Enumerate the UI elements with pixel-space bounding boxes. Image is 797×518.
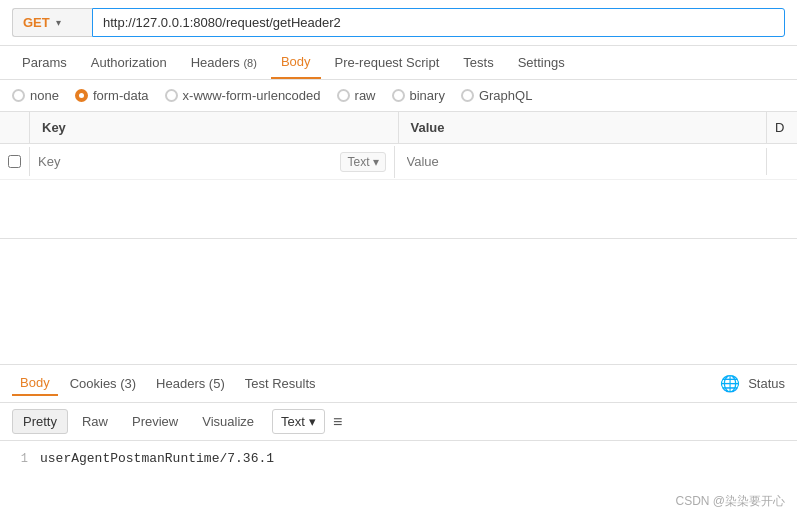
response-tab-cookies[interactable]: Cookies (3)	[62, 372, 144, 395]
url-bar-section: GET ▾	[0, 0, 797, 46]
format-tab-raw[interactable]: Raw	[72, 410, 118, 433]
radio-urlencoded[interactable]: x-www-form-urlencoded	[165, 88, 321, 103]
row-key-cell: Text ▾	[30, 146, 395, 178]
empty-space	[0, 239, 797, 365]
value-input[interactable]	[407, 154, 755, 169]
format-tab-pretty[interactable]: Pretty	[12, 409, 68, 434]
radio-circle-raw	[337, 89, 350, 102]
status-text: Status	[748, 376, 785, 391]
wrap-icon[interactable]: ≡	[333, 413, 342, 431]
method-label: GET	[23, 15, 50, 30]
radio-graphql[interactable]: GraphQL	[461, 88, 532, 103]
row-checkbox[interactable]	[0, 147, 30, 176]
key-input[interactable]	[38, 154, 334, 169]
table-header: Key Value D	[0, 112, 797, 144]
radio-circle-none	[12, 89, 25, 102]
body-type-row: none form-data x-www-form-urlencoded raw…	[0, 80, 797, 112]
method-dropdown[interactable]: GET ▾	[12, 8, 92, 37]
radio-none[interactable]: none	[12, 88, 59, 103]
checkbox-input[interactable]	[8, 155, 21, 168]
tab-settings[interactable]: Settings	[508, 47, 575, 78]
row-value-cell	[395, 148, 768, 175]
desc-col-header: D	[767, 112, 797, 143]
response-toolbar: 🌐 Status	[720, 374, 785, 393]
response-tab-body[interactable]: Body	[12, 371, 58, 396]
tab-body[interactable]: Body	[271, 46, 321, 79]
chevron-down-icon: ▾	[309, 414, 316, 429]
line-number: 1	[12, 452, 28, 466]
radio-circle-graphql	[461, 89, 474, 102]
response-format-tabs: Pretty Raw Preview Visualize Text ▾ ≡	[0, 403, 797, 441]
format-tab-preview[interactable]: Preview	[122, 410, 188, 433]
tab-pre-request-script[interactable]: Pre-request Script	[325, 47, 450, 78]
request-tabs-row: Params Authorization Headers (8) Body Pr…	[0, 46, 797, 80]
line-content: userAgentPostmanRuntime/7.36.1	[40, 451, 274, 466]
format-tab-visualize[interactable]: Visualize	[192, 410, 264, 433]
value-col-header: Value	[399, 112, 768, 143]
tab-headers[interactable]: Headers (8)	[181, 47, 267, 78]
tab-tests[interactable]: Tests	[453, 47, 503, 78]
checkbox-col-header	[0, 112, 30, 143]
response-body: 1 userAgentPostmanRuntime/7.36.1	[0, 441, 797, 476]
radio-circle-form-data	[75, 89, 88, 102]
response-line: 1 userAgentPostmanRuntime/7.36.1	[0, 449, 797, 468]
radio-form-data[interactable]: form-data	[75, 88, 149, 103]
radio-circle-binary	[392, 89, 405, 102]
row-desc-cell	[767, 156, 797, 168]
radio-binary[interactable]: binary	[392, 88, 445, 103]
text-type-dropdown[interactable]: Text ▾	[340, 152, 385, 172]
radio-raw[interactable]: raw	[337, 88, 376, 103]
format-dropdown[interactable]: Text ▾	[272, 409, 325, 434]
response-section: Body Cookies (3) Headers (5) Test Result…	[0, 364, 797, 476]
tab-params[interactable]: Params	[12, 47, 77, 78]
chevron-down-icon: ▾	[56, 17, 61, 28]
response-tabs-row: Body Cookies (3) Headers (5) Test Result…	[0, 365, 797, 403]
response-tab-test-results[interactable]: Test Results	[237, 372, 324, 395]
chevron-down-icon: ▾	[373, 155, 379, 169]
form-data-table: Key Value D Text ▾	[0, 112, 797, 239]
watermark: CSDN @染染要开心	[675, 493, 785, 510]
url-input[interactable]	[92, 8, 785, 37]
response-tab-headers[interactable]: Headers (5)	[148, 372, 233, 395]
key-col-header: Key	[30, 112, 399, 143]
tab-authorization[interactable]: Authorization	[81, 47, 177, 78]
table-row: Text ▾	[0, 144, 797, 180]
globe-icon: 🌐	[720, 374, 740, 393]
radio-circle-urlencoded	[165, 89, 178, 102]
